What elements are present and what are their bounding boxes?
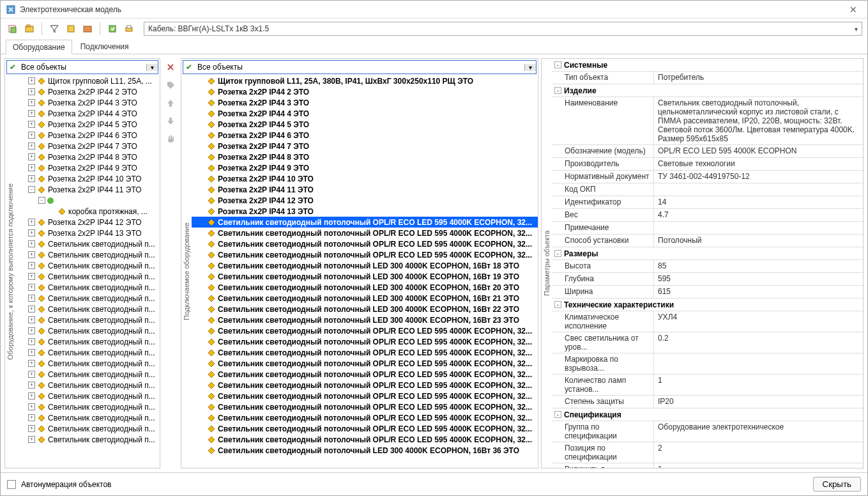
- tree-row[interactable]: +Светильник светодиодный п...: [15, 391, 160, 401]
- prop-value[interactable]: 14: [654, 196, 863, 208]
- expander-icon[interactable]: +: [28, 349, 35, 356]
- prop-row[interactable]: Примечание: [552, 222, 863, 235]
- prop-row[interactable]: Группа по спецификацииОборудование элект…: [552, 421, 863, 442]
- tree-row[interactable]: Светильник светодиодный потолочный LED 3…: [192, 314, 538, 325]
- tree-row[interactable]: Розетка 2x2P IP44 13 ЭТО: [192, 206, 538, 217]
- arrow-up-icon[interactable]: [164, 97, 177, 109]
- tree-row[interactable]: +Розетка 2x2P IP44 3 ЭТО: [15, 97, 160, 108]
- expander-icon[interactable]: +: [28, 425, 35, 432]
- tree-row[interactable]: Светильник светодиодный потолочный OPL/R…: [192, 249, 538, 260]
- prop-row[interactable]: Вес4.7: [552, 209, 863, 222]
- prop-row[interactable]: Код ОКП: [552, 183, 863, 196]
- left-filter-combo[interactable]: ✔ Все объекты ▾: [6, 60, 158, 74]
- tree-row[interactable]: +Розетка 2x2P IP44 2 ЭТО: [15, 86, 160, 97]
- hide-button[interactable]: Скрыть: [813, 477, 862, 492]
- prop-row[interactable]: Свес светильника от уров...0.2: [552, 332, 863, 353]
- arrow-down-icon[interactable]: [164, 114, 177, 127]
- expander-icon[interactable]: +: [28, 403, 35, 410]
- collapse-icon[interactable]: -: [554, 411, 561, 418]
- collapse-icon[interactable]: -: [554, 87, 561, 94]
- tree-row[interactable]: Розетка 2x2P IP44 7 ЭТО: [192, 141, 538, 151]
- tb-btn-print[interactable]: [122, 22, 136, 36]
- cable-combo[interactable]: Кабель: ВВГнг(А)-LSLTx 1кВ 3x1.5 ▾: [144, 22, 862, 36]
- tb-btn-1[interactable]: [6, 22, 20, 36]
- expander-icon[interactable]: +: [28, 99, 35, 106]
- expander-icon[interactable]: +: [28, 175, 35, 182]
- expander-icon[interactable]: +: [28, 229, 35, 236]
- tree-row[interactable]: +Светильник светодиодный п...: [15, 260, 160, 271]
- tb-btn-filter[interactable]: [47, 22, 61, 36]
- expander-icon[interactable]: +: [28, 295, 35, 302]
- tree-row[interactable]: Светильник светодиодный потолочный OPL/R…: [192, 423, 538, 434]
- tree-row[interactable]: +Светильник светодиодный п...: [15, 347, 160, 358]
- tab-connections[interactable]: Подключения: [73, 39, 136, 54]
- prop-value[interactable]: [654, 222, 863, 234]
- tree-row[interactable]: Розетка 2x2P IP44 5 ЭТО: [192, 119, 538, 130]
- properties-table[interactable]: -СистемныеТип объектаПотребитель-Изделие…: [552, 59, 863, 468]
- expander-icon[interactable]: +: [28, 240, 35, 247]
- tree-row[interactable]: +Розетка 2x2P IP44 7 ЭТО: [15, 141, 160, 151]
- tree-row[interactable]: Светильник светодиодный потолочный OPL/R…: [192, 325, 538, 336]
- expander-icon[interactable]: +: [28, 121, 35, 128]
- prop-value[interactable]: Потребитель: [654, 72, 863, 84]
- prop-row[interactable]: Тип объектаПотребитель: [552, 72, 863, 84]
- prop-group[interactable]: -Размеры: [552, 247, 863, 260]
- tree-row[interactable]: Светильник светодиодный потолочный OPL/R…: [192, 217, 538, 228]
- expander-icon[interactable]: +: [28, 153, 35, 160]
- tree-row[interactable]: Розетка 2x2P IP44 4 ЭТО: [192, 108, 538, 119]
- prop-value[interactable]: Оборудование электротехническое: [654, 421, 863, 442]
- tree-row[interactable]: Розетка 2x2P IP44 9 ЭТО: [192, 162, 538, 173]
- tree-row[interactable]: Розетка 2x2P IP44 6 ЭТО: [192, 130, 538, 141]
- prop-value[interactable]: Потолочный: [654, 235, 863, 247]
- tree-row[interactable]: +Розетка 2x2P IP44 12 ЭТО: [15, 217, 160, 228]
- prop-row[interactable]: Способ установкиПотолочный: [552, 235, 863, 247]
- tree-row[interactable]: Светильник светодиодный потолочный OPL/R…: [192, 336, 538, 347]
- collapse-icon[interactable]: -: [554, 301, 561, 308]
- prop-value[interactable]: [654, 183, 863, 196]
- tree-row[interactable]: Светильник светодиодный потолочный OPL/R…: [192, 391, 538, 401]
- prop-value[interactable]: 2: [654, 442, 863, 463]
- prop-value[interactable]: 4.7: [654, 209, 863, 221]
- tree-row[interactable]: Светильник светодиодный потолочный OPL/R…: [192, 401, 538, 412]
- expander-icon[interactable]: +: [28, 219, 35, 226]
- tree-row[interactable]: Розетка 2x2P IP44 11 ЭТО: [192, 184, 538, 195]
- prop-row[interactable]: Глубина595: [552, 273, 863, 286]
- tree-row[interactable]: +Розетка 2x2P IP44 13 ЭТО: [15, 228, 160, 238]
- tree-row[interactable]: +Розетка 2x2P IP44 9 ЭТО: [15, 162, 160, 173]
- prop-value[interactable]: OPL/R ECO LED 595 4000K ECOPHON: [654, 145, 863, 157]
- tree-row[interactable]: Светильник светодиодный потолочный OPL/R…: [192, 412, 538, 423]
- expander-icon[interactable]: +: [28, 306, 35, 313]
- tb-btn-5[interactable]: [105, 22, 119, 36]
- prop-group[interactable]: -Технические характеристики: [552, 298, 863, 311]
- expander-icon[interactable]: +: [28, 360, 35, 367]
- prop-value[interactable]: IP20: [654, 396, 863, 408]
- expander-icon[interactable]: +: [28, 164, 35, 171]
- prop-row[interactable]: Включить в спецификацию1: [552, 463, 863, 468]
- tree-row[interactable]: Розетка 2x2P IP44 10 ЭТО: [192, 173, 538, 184]
- expander-icon[interactable]: -: [28, 186, 35, 193]
- prop-value[interactable]: [654, 353, 863, 374]
- tab-equipment[interactable]: Оборудование: [6, 40, 72, 54]
- prop-row[interactable]: НаименованиеСветильник светодиодный пото…: [552, 97, 863, 145]
- expander-icon[interactable]: -: [38, 197, 45, 204]
- tree-row[interactable]: +Розетка 2x2P IP44 10 ЭТО: [15, 173, 160, 184]
- prop-row[interactable]: ПроизводительСветовые технологии: [552, 158, 863, 171]
- tree-row[interactable]: +Светильник светодиодный п...: [15, 314, 160, 325]
- expander-icon[interactable]: +: [28, 382, 35, 389]
- expander-icon[interactable]: +: [28, 88, 35, 95]
- tree-row[interactable]: Светильник светодиодный потолочный OPL/R…: [192, 434, 538, 445]
- tree-row[interactable]: Светильник светодиодный потолочный LED 3…: [192, 271, 538, 282]
- tree-row[interactable]: +Светильник светодиодный п...: [15, 293, 160, 304]
- auto-number-checkbox[interactable]: [7, 480, 16, 489]
- tree-row[interactable]: Розетка 2x2P IP44 2 ЭТО: [192, 86, 538, 97]
- tree-row[interactable]: +Светильник светодиодный п...: [15, 271, 160, 282]
- prop-row[interactable]: Количество ламп установ...1: [552, 375, 863, 396]
- prop-row[interactable]: Идентификатор14: [552, 196, 863, 209]
- expander-icon[interactable]: +: [28, 262, 35, 269]
- tree-row[interactable]: +Светильник светодиодный п...: [15, 249, 160, 260]
- tree-row[interactable]: +Светильник светодиодный п...: [15, 401, 160, 412]
- prop-value[interactable]: ТУ 3461-002-44919750-12: [654, 171, 863, 183]
- tree-row[interactable]: +Светильник светодиодный п...: [15, 380, 160, 391]
- expander-icon[interactable]: +: [28, 338, 35, 345]
- expander-icon[interactable]: +: [28, 77, 35, 84]
